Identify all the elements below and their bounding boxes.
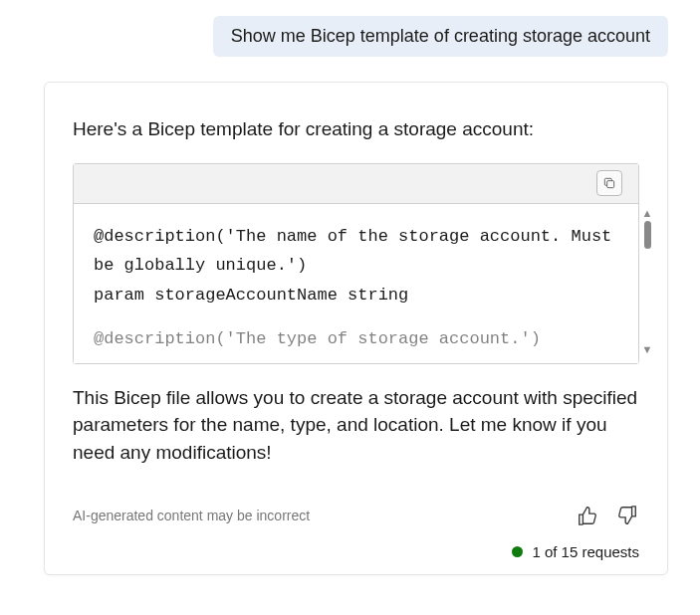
requests-count: 1 of 15 requests <box>532 543 639 560</box>
user-message-bubble: Show me Bicep template of creating stora… <box>213 16 668 57</box>
code-line: @description('The type of storage accoun… <box>94 324 618 354</box>
svg-rect-0 <box>607 181 614 188</box>
scroll-up-arrow[interactable]: ▲ <box>642 208 653 219</box>
code-line: @description('The name of the storage ac… <box>94 222 618 282</box>
code-line: param storageAccountName string <box>94 281 618 310</box>
status-dot-icon <box>512 546 523 557</box>
response-intro: Here's a Bicep template for creating a s… <box>73 116 639 143</box>
code-header <box>74 164 638 204</box>
scroll-down-arrow[interactable]: ▼ <box>642 344 653 355</box>
response-footer: AI-generated content may be incorrect <box>73 504 639 527</box>
thumbs-down-button[interactable] <box>615 504 639 527</box>
thumbs-up-button[interactable] <box>576 504 599 527</box>
scroll-thumb[interactable] <box>644 221 651 249</box>
scrollbar[interactable]: ▲ ▼ <box>641 208 653 355</box>
code-body[interactable]: @description('The name of the storage ac… <box>74 204 638 363</box>
thumbs-down-icon <box>616 505 638 526</box>
feedback-buttons <box>576 504 639 527</box>
requests-status: 1 of 15 requests <box>73 543 639 560</box>
code-block: @description('The name of the storage ac… <box>73 163 639 364</box>
scroll-track[interactable] <box>644 221 651 342</box>
ai-disclaimer: AI-generated content may be incorrect <box>73 508 310 523</box>
user-message-text: Show me Bicep template of creating stora… <box>231 26 650 46</box>
copy-icon <box>602 176 616 190</box>
assistant-response-card: Here's a Bicep template for creating a s… <box>44 82 668 575</box>
thumbs-up-icon <box>577 505 598 526</box>
copy-button[interactable] <box>596 170 622 196</box>
response-outro: This Bicep file allows you to create a s… <box>73 384 639 467</box>
